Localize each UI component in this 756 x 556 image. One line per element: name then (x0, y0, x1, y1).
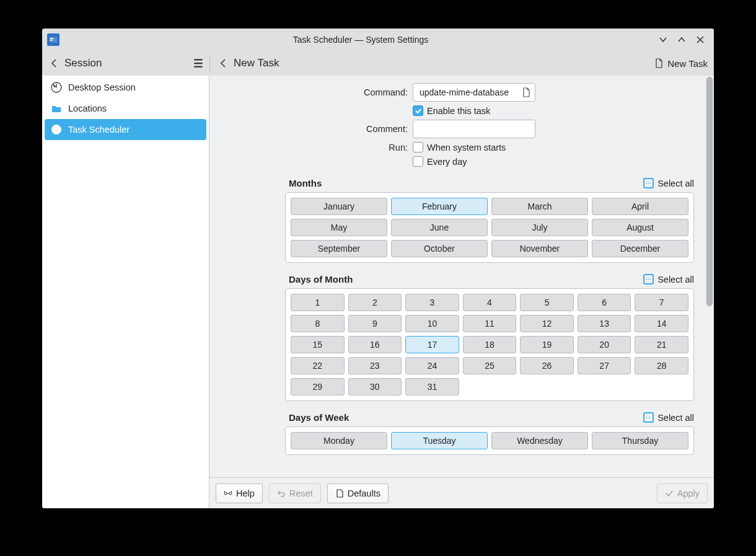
back-page-button[interactable] (215, 55, 232, 72)
month-toggle-october[interactable]: October (391, 240, 488, 257)
row-run-everyday: Every day (209, 156, 705, 167)
days-of-month-panel: 1234567891011121314151617181920212223242… (285, 288, 694, 401)
sidebar-item-label: Locations (68, 104, 107, 113)
row-command: Command: update-mime-database (209, 83, 705, 102)
run-every-day-checkbox[interactable]: Every day (413, 156, 467, 167)
month-toggle-september[interactable]: September (291, 240, 387, 257)
dom-toggle-10[interactable]: 10 (405, 315, 459, 332)
dom-toggle-4[interactable]: 4 (463, 294, 517, 311)
dom-toggle-28[interactable]: 28 (635, 357, 688, 374)
comment-input[interactable] (413, 120, 535, 138)
months-select-all[interactable]: ⋯ Select all (643, 178, 694, 188)
month-toggle-november[interactable]: November (491, 240, 588, 257)
dom-toggle-5[interactable]: 5 (520, 294, 574, 311)
new-task-action[interactable]: New Task (654, 51, 714, 76)
month-toggle-april[interactable]: April (592, 198, 688, 215)
maximize-button[interactable] (675, 33, 688, 46)
dom-toggle-7[interactable]: 7 (635, 294, 688, 311)
comment-label: Comment: (209, 124, 413, 134)
window: Task Scheduler — System Settings Session… (42, 29, 714, 508)
dom-toggle-26[interactable]: 26 (520, 357, 574, 374)
checkbox-icon (413, 142, 423, 152)
dom-toggle-29[interactable]: 29 (291, 378, 345, 395)
month-toggle-february[interactable]: February (391, 198, 488, 215)
scrollbar[interactable] (705, 76, 714, 477)
dom-toggle-1[interactable]: 1 (291, 294, 345, 311)
sidebar-item-task-scheduler[interactable]: Task Scheduler (45, 119, 206, 140)
help-button[interactable]: Help (216, 483, 263, 503)
month-toggle-august[interactable]: August (592, 219, 688, 236)
dom-toggle-8[interactable]: 8 (291, 315, 345, 332)
defaults-button[interactable]: Defaults (327, 483, 389, 503)
browse-icon[interactable] (521, 87, 531, 97)
checkbox-icon (413, 156, 423, 167)
dom-toggle-17[interactable]: 17 (405, 336, 459, 353)
scrollbar-thumb[interactable] (706, 77, 713, 306)
dom-toggle-31[interactable]: 31 (405, 378, 459, 395)
dom-toggle-22[interactable]: 22 (291, 357, 345, 374)
dom-toggle-14[interactable]: 14 (635, 315, 688, 332)
month-toggle-july[interactable]: July (491, 219, 588, 236)
close-button[interactable] (694, 33, 706, 46)
dom-toggle-20[interactable]: 20 (578, 336, 631, 353)
minimize-button[interactable] (657, 33, 669, 46)
dow-toggle-thursday[interactable]: Thursday (592, 432, 688, 449)
dom-toggle-18[interactable]: 18 (463, 336, 517, 353)
window-controls (657, 33, 709, 46)
month-toggle-june[interactable]: June (391, 219, 488, 236)
dom-toggle-12[interactable]: 12 (520, 315, 574, 332)
dom-toggle-23[interactable]: 23 (348, 357, 402, 374)
days-of-month-title: Days of Month (289, 274, 353, 285)
app-icon (47, 33, 59, 46)
days-of-week-title: Days of Week (289, 412, 349, 423)
dom-toggle-2[interactable]: 2 (348, 294, 402, 311)
sidebar-item-locations[interactable]: Locations (45, 98, 206, 119)
command-input[interactable]: update-mime-database (413, 83, 535, 102)
dom-toggle-15[interactable]: 15 (291, 336, 345, 353)
dom-toggle-6[interactable]: 6 (578, 294, 631, 311)
run-when-system-starts-checkbox[interactable]: When system starts (413, 142, 506, 152)
days-of-month-select-all[interactable]: ⋯ Select all (643, 274, 694, 285)
select-all-icon: ⋯ (643, 274, 654, 285)
dom-toggle-13[interactable]: 13 (578, 315, 631, 332)
new-document-icon (654, 58, 664, 68)
dom-toggle-30[interactable]: 30 (348, 378, 402, 395)
month-toggle-march[interactable]: March (491, 198, 588, 215)
sidebar: Desktop Session Locations Task Scheduler (42, 76, 209, 508)
dom-toggle-11[interactable]: 11 (463, 315, 517, 332)
dom-toggle-16[interactable]: 16 (348, 336, 402, 353)
menu-button[interactable] (190, 55, 207, 72)
select-all-icon: ⋯ (643, 178, 654, 188)
months-title: Months (289, 178, 322, 188)
dom-toggle-3[interactable]: 3 (405, 294, 459, 311)
command-label: Command: (209, 87, 413, 97)
back-session-button[interactable] (46, 55, 63, 72)
dow-toggle-tuesday[interactable]: Tuesday (391, 432, 488, 449)
month-toggle-january[interactable]: January (291, 198, 387, 215)
main-panel: Command: update-mime-database (209, 76, 714, 508)
row-comment: Comment: (209, 120, 705, 138)
dom-toggle-27[interactable]: 27 (578, 357, 631, 374)
run-every-day-label: Every day (427, 157, 467, 167)
document-icon (335, 489, 344, 498)
days-of-week-select-all[interactable]: ⋯ Select all (643, 412, 694, 423)
month-toggle-may[interactable]: May (291, 219, 387, 236)
new-task-label: New Task (667, 58, 708, 69)
dom-toggle-19[interactable]: 19 (520, 336, 574, 353)
dom-toggle-24[interactable]: 24 (405, 357, 459, 374)
dom-toggle-21[interactable]: 21 (635, 336, 688, 353)
clock-icon (51, 124, 62, 135)
folder-icon (51, 103, 62, 114)
checkmark-icon (665, 489, 674, 498)
subheader: Session New Task New Task (42, 51, 714, 76)
run-when-system-starts-label: When system starts (427, 143, 506, 152)
dow-toggle-monday[interactable]: Monday (291, 432, 387, 449)
month-toggle-december[interactable]: December (592, 240, 688, 257)
enable-task-checkbox[interactable]: Enable this task (413, 105, 490, 116)
dow-toggle-wednesday[interactable]: Wednesday (491, 432, 588, 449)
section-months: Months ⋯ Select all JanuaryFebruaryMarch… (285, 178, 694, 263)
dom-toggle-25[interactable]: 25 (463, 357, 517, 374)
sidebar-item-desktop-session[interactable]: Desktop Session (45, 77, 206, 98)
dom-toggle-9[interactable]: 9 (348, 315, 402, 332)
window-title: Task Scheduler — System Settings (64, 35, 657, 45)
